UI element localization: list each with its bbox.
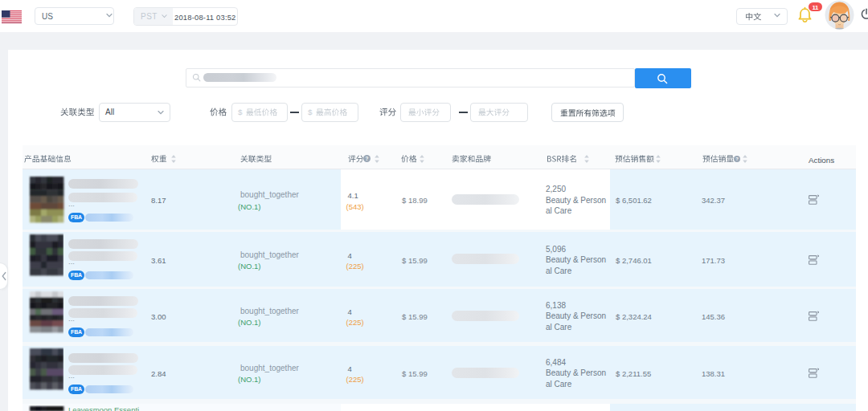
svg-text:?: ? [366, 156, 369, 161]
svg-text:?: ? [735, 157, 739, 161]
